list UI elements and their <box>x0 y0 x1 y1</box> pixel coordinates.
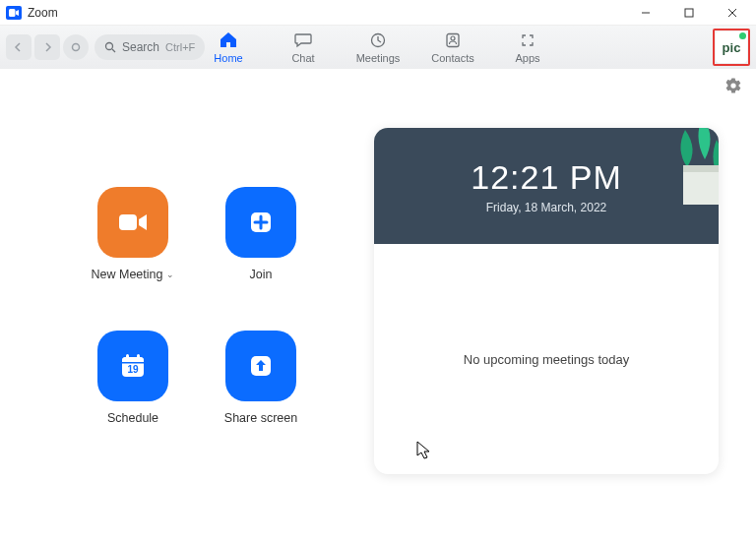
tab-apps-label: Apps <box>515 52 539 64</box>
svg-rect-17 <box>126 354 129 360</box>
meetings-icon <box>370 31 386 49</box>
zoom-logo-icon <box>6 6 22 20</box>
chat-icon <box>294 31 312 49</box>
minimize-button[interactable] <box>624 0 667 26</box>
tab-home-label: Home <box>214 52 242 64</box>
tab-apps[interactable]: Apps <box>504 31 551 64</box>
tab-meetings-label: Meetings <box>356 52 401 64</box>
new-meeting-button[interactable]: New Meeting⌄ <box>89 187 177 281</box>
profile-button[interactable]: pic <box>716 31 747 63</box>
svg-point-5 <box>106 43 113 50</box>
schedule-button[interactable]: 19 Schedule <box>89 331 177 425</box>
history-buttons <box>6 34 89 60</box>
upcoming-card: 12:21 PM Friday, 18 March, 2022 No upcom… <box>374 128 719 474</box>
card-body: No upcoming meetings today <box>374 244 719 474</box>
profile-button-wrap: pic <box>713 29 750 66</box>
nav-tabs: Home Chat Meetings Contacts Apps <box>205 31 551 64</box>
share-screen-label: Share screen <box>224 411 297 425</box>
history-button[interactable] <box>63 34 89 60</box>
tab-home[interactable]: Home <box>205 31 252 64</box>
join-button[interactable]: Join <box>217 187 305 281</box>
svg-rect-18 <box>137 354 140 360</box>
back-button[interactable] <box>6 34 32 60</box>
forward-button[interactable] <box>34 34 60 60</box>
join-label: Join <box>250 268 273 281</box>
cursor-icon <box>416 441 432 464</box>
calendar-icon: 19 <box>97 331 168 401</box>
tab-contacts[interactable]: Contacts <box>429 31 476 64</box>
svg-point-9 <box>451 36 455 40</box>
clock-date: Friday, 18 March, 2022 <box>486 201 607 214</box>
tab-chat[interactable]: Chat <box>280 31 327 64</box>
search-label: Search <box>122 40 159 54</box>
svg-line-6 <box>112 49 115 52</box>
svg-rect-22 <box>683 165 719 172</box>
video-icon <box>97 187 168 258</box>
share-screen-button[interactable]: Share screen <box>217 331 305 425</box>
svg-text:19: 19 <box>127 364 139 375</box>
schedule-label: Schedule <box>107 411 158 425</box>
home-icon <box>220 31 237 49</box>
share-icon <box>225 331 296 401</box>
tab-contacts-label: Contacts <box>431 52 473 64</box>
maximize-button[interactable] <box>667 0 711 26</box>
empty-state-text: No upcoming meetings today <box>464 352 629 367</box>
apps-icon <box>520 31 536 49</box>
window-title: Zoom <box>28 6 58 20</box>
contacts-icon <box>445 31 461 49</box>
chevron-down-icon: ⌄ <box>166 270 174 279</box>
search-icon <box>104 41 116 53</box>
search-input[interactable]: Search Ctrl+F <box>94 34 205 60</box>
svg-rect-10 <box>119 214 137 230</box>
close-button[interactable] <box>711 0 754 26</box>
status-indicator-icon <box>739 32 746 39</box>
tab-meetings[interactable]: Meetings <box>354 31 402 64</box>
tab-chat-label: Chat <box>291 52 314 64</box>
titlebar: Zoom <box>0 0 756 26</box>
new-meeting-label: New Meeting <box>92 268 163 281</box>
svg-point-4 <box>73 44 80 51</box>
svg-rect-1 <box>685 9 693 17</box>
plus-icon <box>225 187 296 258</box>
search-shortcut: Ctrl+F <box>165 41 195 53</box>
avatar-text: pic <box>723 40 741 55</box>
card-header: 12:21 PM Friday, 18 March, 2022 <box>374 128 719 244</box>
window-controls <box>624 0 754 26</box>
action-grid: New Meeting⌄ Join 19 Schedule Share scre… <box>0 69 374 543</box>
plant-decoration-icon <box>616 128 719 238</box>
main-content: New Meeting⌄ Join 19 Schedule Share scre… <box>0 69 756 543</box>
clock-time: 12:21 PM <box>471 158 622 197</box>
toolbar: Search Ctrl+F Home Chat Meetings Contact… <box>0 26 756 69</box>
